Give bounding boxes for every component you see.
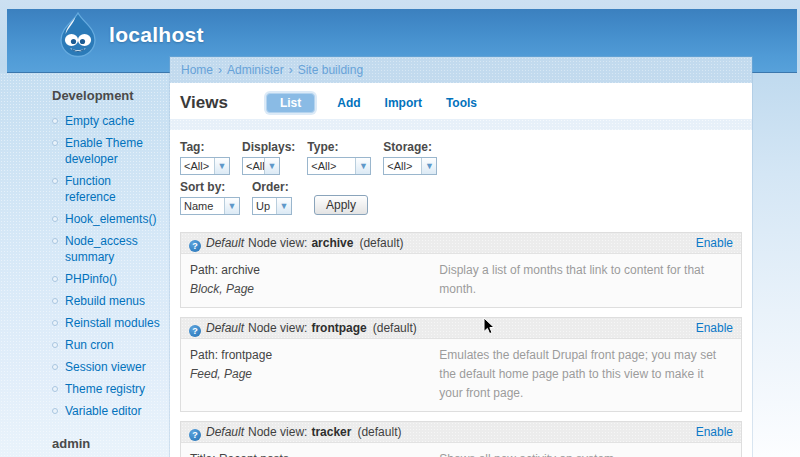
breadcrumb: Home›Administer›Site building — [170, 57, 752, 83]
view-title: Title: Recent posts — [190, 450, 439, 457]
views-filter-form: Tag: <All>▼ Displays: <All>▼ Type: <All>… — [170, 130, 752, 215]
view-status: (default) — [357, 425, 401, 439]
view-row-header: ?DefaultNode view:archive(default) Enabl… — [181, 233, 741, 254]
view-displays: Feed, Page — [190, 367, 252, 381]
view-row-tracker: ?DefaultNode view:tracker(default) Enabl… — [180, 421, 742, 457]
sidebar-heading-development: Development — [52, 88, 164, 103]
sidebar-item-run-cron[interactable]: Run cron — [30, 334, 164, 356]
view-name: archive — [311, 236, 353, 250]
order-select[interactable]: Up▼ — [252, 197, 292, 215]
tag-filter-select[interactable]: <All>▼ — [180, 157, 230, 175]
sidebar-item-rebuild-menus[interactable]: Rebuild menus — [30, 290, 164, 312]
view-row-frontpage: ?DefaultNode view:frontpage(default) Ena… — [180, 317, 742, 412]
leaf-bullet-icon — [52, 140, 58, 146]
enable-link[interactable]: Enable — [696, 322, 733, 335]
dropdown-arrow-icon[interactable]: ▼ — [421, 158, 436, 174]
view-name: frontpage — [311, 321, 366, 335]
default-label: Default — [206, 425, 244, 439]
type-filter-label: Type: — [307, 140, 371, 154]
tab-tools[interactable]: Tools — [446, 96, 477, 110]
view-description: Emulates the default Drupal front page; … — [439, 346, 732, 403]
displays-filter-label: Displays: — [242, 140, 295, 154]
sidebar-item-phpinfo[interactable]: PHPinfo() — [30, 268, 164, 290]
leaf-bullet-icon — [52, 118, 58, 124]
default-label: Default — [206, 236, 244, 250]
displays-filter-select[interactable]: <All>▼ — [242, 157, 280, 175]
view-row-archive: ?DefaultNode view:archive(default) Enabl… — [180, 232, 742, 308]
view-row-header: ?DefaultNode view:frontpage(default) Ena… — [181, 318, 741, 339]
sidebar-item-function-reference[interactable]: Function reference — [30, 170, 164, 208]
view-description: Display a list of months that link to co… — [439, 261, 732, 299]
sidebar-heading-admin: admin — [52, 436, 164, 451]
leaf-bullet-icon — [52, 216, 58, 222]
drupal-logo-icon[interactable] — [54, 11, 102, 59]
site-name[interactable]: localhost — [109, 23, 204, 47]
development-menu: Empty cache Enable Theme developer Funct… — [30, 110, 164, 422]
breadcrumb-separator: › — [289, 63, 293, 77]
storage-filter-select[interactable]: <All>▼ — [383, 157, 437, 175]
sort-by-select[interactable]: Name▼ — [180, 197, 240, 215]
dropdown-arrow-icon[interactable]: ▼ — [355, 158, 370, 174]
enable-link[interactable]: Enable — [696, 426, 733, 439]
leaf-bullet-icon — [52, 342, 58, 348]
sidebar-item-empty-cache[interactable]: Empty cache — [30, 110, 164, 132]
view-displays: Block, Page — [190, 282, 254, 296]
sidebar-item-theme-registry[interactable]: Theme registry — [30, 378, 164, 400]
view-type-label: Node view: — [248, 321, 307, 335]
order-label: Order: — [252, 180, 292, 194]
help-icon[interactable]: ? — [189, 240, 201, 252]
view-status: (default) — [359, 236, 403, 250]
dropdown-arrow-icon[interactable]: ▼ — [276, 198, 291, 214]
page-title: Views — [180, 93, 228, 113]
dropdown-arrow-icon[interactable]: ▼ — [214, 158, 229, 174]
sort-by-label: Sort by: — [180, 180, 240, 194]
tab-import[interactable]: Import — [385, 96, 422, 110]
view-path: Path: frontpage — [190, 346, 439, 365]
primary-tabs: List Add Import Tools — [266, 93, 501, 113]
sidebar-item-node-access-summary[interactable]: Node_access summary — [30, 230, 164, 268]
leaf-bullet-icon — [52, 364, 58, 370]
breadcrumb-site-building[interactable]: Site building — [298, 63, 363, 77]
sidebar-item-reinstall-modules[interactable]: Reinstall modules — [30, 312, 164, 334]
tag-filter-label: Tag: — [180, 140, 230, 154]
sidebar-item-variable-editor[interactable]: Variable editor — [30, 400, 164, 422]
leaf-bullet-icon — [52, 238, 58, 244]
view-type-label: Node view: — [248, 236, 307, 250]
dropdown-arrow-icon[interactable]: ▼ — [264, 158, 279, 174]
breadcrumb-home[interactable]: Home — [181, 63, 213, 77]
apply-button[interactable]: Apply — [314, 195, 368, 215]
view-type-label: Node view: — [248, 425, 307, 439]
tab-list[interactable]: List — [266, 93, 315, 113]
view-row-header: ?DefaultNode view:tracker(default) Enabl… — [181, 422, 741, 443]
sidebar-item-hook-elements[interactable]: Hook_elements() — [30, 208, 164, 230]
type-filter-select[interactable]: <All>▼ — [307, 157, 371, 175]
sidebar-item-session-viewer[interactable]: Session viewer — [30, 356, 164, 378]
view-status: (default) — [373, 321, 417, 335]
help-icon[interactable]: ? — [189, 429, 201, 441]
help-icon[interactable]: ? — [189, 325, 201, 337]
leaf-bullet-icon — [52, 408, 58, 414]
dropdown-arrow-icon[interactable]: ▼ — [224, 198, 239, 214]
view-path: Path: archive — [190, 261, 439, 280]
sidebar-item-enable-theme-developer[interactable]: Enable Theme developer — [30, 132, 164, 170]
default-label: Default — [206, 321, 244, 335]
leaf-bullet-icon — [52, 178, 58, 184]
view-name: tracker — [311, 425, 351, 439]
leaf-bullet-icon — [52, 298, 58, 304]
sidebar: Development Empty cache Enable Theme dev… — [0, 73, 170, 457]
content-panel: Home›Administer›Site building Views List… — [170, 57, 752, 457]
leaf-bullet-icon — [52, 386, 58, 392]
views-list: ?DefaultNode view:archive(default) Enabl… — [170, 220, 752, 457]
breadcrumb-administer[interactable]: Administer — [227, 63, 284, 77]
breadcrumb-separator: › — [218, 63, 222, 77]
view-description: Shows all new activity on system. — [439, 450, 732, 457]
leaf-bullet-icon — [52, 320, 58, 326]
leaf-bullet-icon — [52, 276, 58, 282]
enable-link[interactable]: Enable — [696, 237, 733, 250]
tab-strip — [170, 119, 752, 130]
tab-add[interactable]: Add — [337, 96, 360, 110]
storage-filter-label: Storage: — [383, 140, 437, 154]
